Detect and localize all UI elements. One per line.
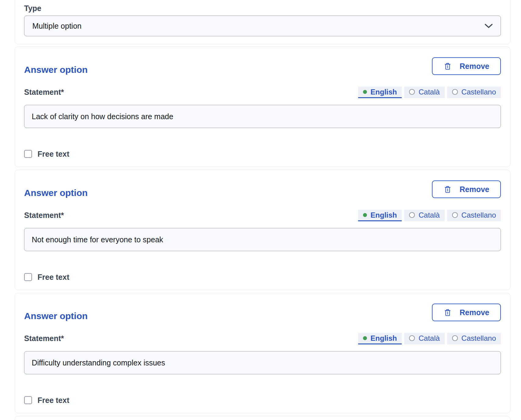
answer-option-header: Answer option Remove [24,180,501,198]
language-tab-label: Català [419,334,440,343]
language-tab-castellano[interactable]: Castellano [447,333,501,344]
radio-circle-icon [409,212,415,218]
remove-button[interactable]: Remove [432,57,501,75]
selected-language-dot-icon [363,90,367,94]
statement-row: Statement* English Català Castellano [24,210,501,221]
language-tab-castellano[interactable]: Castellano [447,210,501,221]
selected-language-dot-icon [363,336,367,340]
language-tab-label: Català [419,88,440,96]
radio-circle-icon [452,335,458,341]
answer-option-heading: Answer option [24,188,88,198]
radio-circle-icon [452,212,458,218]
statement-label: Statement* [24,334,64,344]
language-tabs: English Català Castellano [358,87,501,98]
answer-option-card: Answer option Remove Statement* E [15,170,510,290]
statement-input[interactable] [24,351,501,374]
statement-row: Statement* English Català Castellano [24,333,501,344]
language-tab-english[interactable]: English [358,210,402,221]
language-tab-label: English [371,211,397,219]
language-tab-label: Castellano [462,211,496,219]
trash-icon [444,308,452,317]
language-tab-label: English [371,88,397,96]
language-tab-label: Castellano [462,88,496,96]
statement-row: Statement* English Català Castellano [24,87,501,98]
language-tabs: English Català Castellano [358,333,501,344]
answer-option-card: Answer option Remove Statement* E [15,293,510,413]
language-tab-catala[interactable]: Català [404,210,444,221]
language-tab-label: Català [419,211,440,219]
answer-option-card: Answer option Remove Statement* E [15,47,510,167]
language-tab-label: Castellano [462,334,496,343]
next-card-partial [15,416,510,420]
answer-option-heading: Answer option [24,65,88,75]
free-text-label: Free text [38,396,69,405]
radio-circle-icon [409,335,415,341]
type-select[interactable]: Multiple option [24,16,501,36]
language-tab-english[interactable]: English [358,87,402,98]
statement-input[interactable] [24,105,501,128]
question-edit-form: Type Multiple option Answer option [0,0,521,420]
radio-circle-icon [409,89,415,95]
language-tab-catala[interactable]: Català [404,333,444,344]
language-tab-english[interactable]: English [358,333,402,344]
free-text-checkbox[interactable] [24,150,32,158]
statement-label: Statement* [24,88,64,98]
trash-icon [444,62,452,71]
remove-button-label: Remove [460,308,489,317]
remove-button-label: Remove [460,62,489,71]
language-tab-castellano[interactable]: Castellano [447,87,501,98]
selected-language-dot-icon [363,213,367,217]
free-text-row: Free text [24,396,501,404]
statement-label: Statement* [24,211,64,221]
language-tab-label: English [371,334,397,343]
language-tab-catala[interactable]: Català [404,87,444,98]
statement-input[interactable] [24,228,501,251]
free-text-checkbox[interactable] [24,273,32,281]
remove-button-label: Remove [460,185,489,194]
free-text-row: Free text [24,273,501,281]
chevron-down-icon [485,24,493,28]
type-select-value: Multiple option [32,22,81,30]
answer-option-header: Answer option Remove [24,304,501,321]
trash-icon [444,185,452,194]
answer-option-heading: Answer option [24,311,88,321]
radio-circle-icon [452,89,458,95]
remove-button[interactable]: Remove [432,304,501,321]
language-tabs: English Català Castellano [358,210,501,221]
free-text-checkbox[interactable] [24,396,32,404]
answer-option-header: Answer option Remove [24,57,501,75]
type-field-card: Type Multiple option [15,0,510,44]
free-text-row: Free text [24,150,501,158]
type-label: Type [24,4,501,12]
free-text-label: Free text [38,273,69,282]
free-text-label: Free text [38,150,69,158]
remove-button[interactable]: Remove [432,180,501,198]
